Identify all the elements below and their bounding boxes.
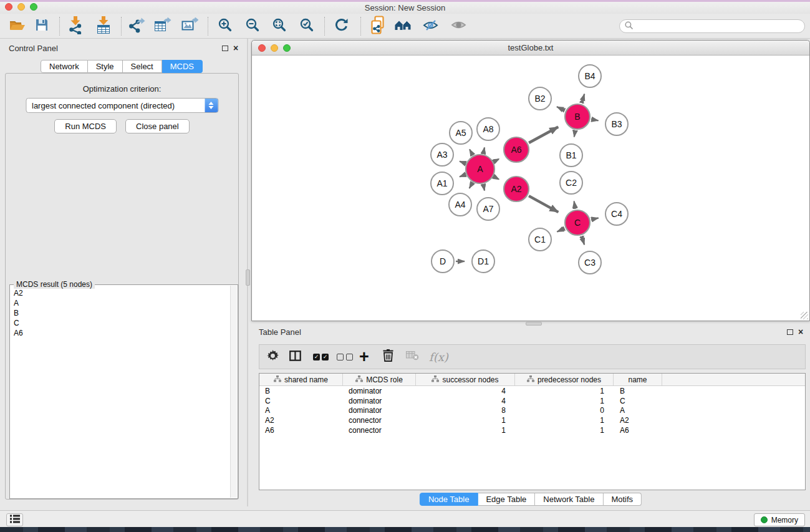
graph-node-A3[interactable]: A3: [431, 143, 453, 166]
zoom-network-button[interactable]: [283, 44, 291, 52]
export-image-button[interactable]: [178, 16, 201, 36]
run-mcds-button[interactable]: Run MCDS: [54, 119, 117, 133]
table-tab-edge-table[interactable]: Edge Table: [478, 493, 535, 506]
graph-edge-A6-B[interactable]: [529, 127, 558, 143]
import-network-button[interactable]: [64, 16, 87, 36]
tab-style[interactable]: Style: [88, 60, 123, 73]
column-header-successor-nodes[interactable]: successor nodes: [416, 374, 515, 385]
close-table-panel-icon[interactable]: ×: [798, 327, 803, 337]
graph-node-C3[interactable]: C3: [579, 251, 601, 274]
graph-edge-A2-C[interactable]: [529, 196, 558, 212]
mcds-result-item[interactable]: B: [11, 308, 229, 318]
table-row[interactable]: A2connector11A2: [259, 415, 805, 425]
graph-node-C1[interactable]: C1: [529, 228, 551, 251]
delete-column-button[interactable]: [383, 345, 393, 369]
graph-node-A7[interactable]: A7: [477, 198, 499, 220]
hide-details-button[interactable]: [418, 16, 442, 36]
graph-edge-A-A7[interactable]: [483, 185, 485, 191]
graph-node-C4[interactable]: C4: [605, 203, 628, 225]
graph-node-A1[interactable]: A1: [431, 172, 453, 195]
graph-node-B1[interactable]: B1: [560, 144, 582, 167]
clone-network-button[interactable]: [367, 16, 390, 36]
graph-node-A5[interactable]: A5: [450, 122, 472, 144]
table-row[interactable]: Adominator80A: [259, 405, 805, 415]
mcds-result-list[interactable]: A2ABCA6: [11, 288, 229, 497]
graph-edge-B-B3[interactable]: [592, 119, 599, 120]
graph-node-D1[interactable]: D1: [472, 250, 494, 273]
refresh-view-button[interactable]: [330, 16, 354, 36]
close-window-button[interactable]: [5, 3, 12, 11]
graph-edge-B-B1[interactable]: [574, 131, 576, 137]
graph-edge-A-A6[interactable]: [494, 159, 499, 162]
import-table-button[interactable]: [92, 16, 115, 36]
memory-button[interactable]: Memory: [754, 513, 805, 526]
table-settings-button[interactable]: [267, 345, 279, 369]
table-row[interactable]: Bdominator41B: [259, 386, 805, 396]
graph-edge-A-A1[interactable]: [460, 175, 465, 177]
graph-node-C2[interactable]: C2: [560, 172, 582, 194]
graph-edge-A-A5[interactable]: [470, 150, 473, 155]
export-table-button[interactable]: [151, 16, 175, 36]
minimize-network-button[interactable]: [271, 44, 278, 52]
mcds-result-item[interactable]: A2: [11, 288, 229, 298]
zoom-window-button[interactable]: [30, 3, 37, 11]
graph-edge-C-C2[interactable]: [574, 201, 576, 209]
tab-mcds[interactable]: MCDS: [162, 60, 203, 73]
search-input[interactable]: [636, 22, 792, 31]
tab-network[interactable]: Network: [41, 60, 88, 73]
zoom-fit-button[interactable]: [268, 16, 291, 36]
minimize-window-button[interactable]: [17, 3, 25, 11]
table-tab-network-table[interactable]: Network Table: [535, 493, 603, 506]
float-panel-icon[interactable]: [222, 46, 228, 51]
table-row[interactable]: A6connector11A6: [259, 425, 805, 435]
network-window-titlebar[interactable]: testGlobe.txt: [252, 41, 809, 56]
graph-node-B[interactable]: B: [565, 104, 590, 129]
float-table-panel-icon[interactable]: [787, 329, 793, 335]
graph-node-A[interactable]: A: [466, 155, 494, 183]
show-columns-button[interactable]: [289, 345, 301, 369]
mcds-result-item[interactable]: A: [11, 298, 229, 308]
criterion-dropdown[interactable]: largest connected component (directed): [26, 98, 218, 113]
task-history-button[interactable]: [6, 513, 23, 526]
home-networks-button[interactable]: [392, 16, 415, 36]
close-network-button[interactable]: [258, 44, 266, 52]
graph-node-B4[interactable]: B4: [579, 65, 601, 87]
graph-node-A4[interactable]: A4: [449, 193, 471, 216]
graph-node-A8[interactable]: A8: [477, 118, 499, 140]
column-header-predecessor-nodes[interactable]: predecessor nodes: [515, 374, 614, 385]
zoom-out-button[interactable]: [241, 16, 264, 36]
select-all-columns-button[interactable]: ✓✓: [313, 345, 329, 369]
graph-node-B2[interactable]: B2: [529, 87, 551, 110]
graph-node-C[interactable]: C: [565, 210, 590, 235]
graph-node-D[interactable]: D: [432, 250, 454, 273]
column-header-shared-name[interactable]: shared name: [259, 374, 343, 385]
table-tab-motifs[interactable]: Motifs: [603, 493, 642, 506]
create-column-button[interactable]: +: [359, 345, 369, 369]
network-window[interactable]: testGlobe.txt AA2A6BCA1A3A4A5A7A8B1B2B3B…: [251, 40, 810, 321]
mcds-result-item[interactable]: C: [11, 318, 229, 328]
search-field[interactable]: [619, 19, 805, 33]
open-file-button[interactable]: [6, 16, 29, 36]
graph-edge-B-B4[interactable]: [582, 94, 584, 103]
graph-edge-C-C3[interactable]: [582, 236, 584, 244]
resize-grip-icon[interactable]: [801, 312, 808, 319]
zoom-selected-button[interactable]: [295, 16, 319, 36]
graph-edge-A-A3[interactable]: [460, 162, 465, 163]
graph-edge-A-A8[interactable]: [483, 147, 485, 153]
column-header-mcds-role[interactable]: MCDS role: [343, 374, 416, 385]
graph-edge-A-A2[interactable]: [494, 177, 499, 180]
graph-edge-C-C4[interactable]: [592, 218, 599, 220]
zoom-in-button[interactable]: [213, 16, 237, 36]
column-header-name[interactable]: name: [614, 374, 662, 385]
save-session-button[interactable]: [30, 16, 54, 36]
result-list-scrollbar[interactable]: [230, 286, 237, 498]
deselect-all-columns-button[interactable]: [337, 345, 353, 369]
vertical-splitter-handle[interactable]: [246, 269, 250, 286]
graph-node-A2[interactable]: A2: [504, 177, 529, 201]
graph-node-A6[interactable]: A6: [504, 137, 529, 162]
close-panel-icon[interactable]: ×: [233, 43, 238, 53]
graph-edge-C-C1[interactable]: [557, 228, 564, 231]
network-canvas[interactable]: AA2A6BCA1A3A4A5A7A8B1B2B3B4C1C2C3C4DD1: [252, 56, 809, 321]
close-panel-button[interactable]: Close panel: [125, 119, 190, 133]
table-tab-node-table[interactable]: Node Table: [420, 493, 478, 506]
